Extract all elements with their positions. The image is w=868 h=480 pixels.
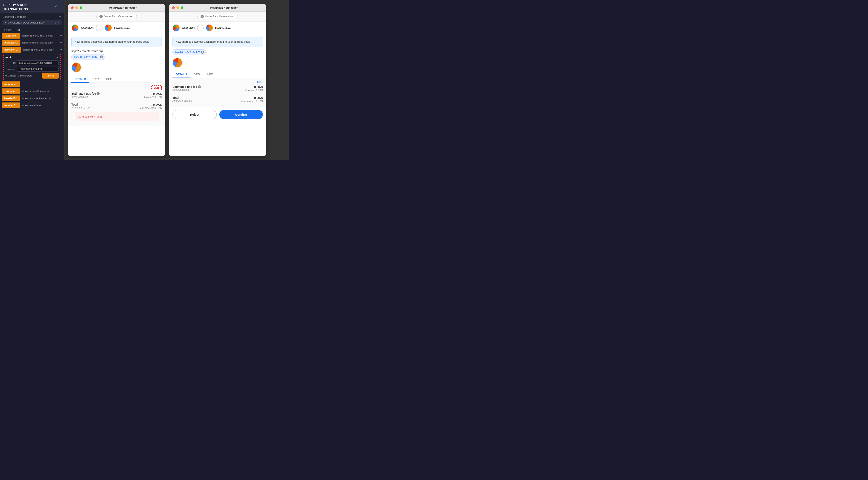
- mm2-info-icon: i: [201, 51, 204, 54]
- approve-button[interactable]: approve: [2, 33, 20, 38]
- mint-amount-label: amount:: [5, 68, 16, 70]
- mm2-tab-details[interactable]: DETAILS: [173, 71, 190, 78]
- mm2-details: EDIT Estimated gas fee i Site suggested …: [169, 78, 266, 107]
- chevron-approve[interactable]: ▼: [60, 34, 62, 37]
- mm1-total-left: Total Amount + gas fee: [71, 103, 91, 109]
- mm1-minimize-dot[interactable]: [75, 6, 78, 9]
- mm1-edit-container: EDIT: [71, 85, 162, 90]
- mm2-gas-zero-bold: 0 0 OAS: [245, 85, 263, 89]
- check-icon: ✓: [55, 4, 58, 8]
- mint-label: mint: [5, 56, 11, 59]
- transferfr-button[interactable]: transferFr...: [2, 95, 20, 101]
- contract-label: MYTOKEN AT 0XA28...040A2 (BLO: [8, 22, 54, 24]
- mint-collapse-icon[interactable]: ▲: [56, 56, 59, 59]
- mm1-amount-gas: Amount + gas fee: [71, 106, 91, 109]
- mm1-gas-fee-row: Estimated gas fee i Site suggested 0 0 O…: [71, 92, 162, 99]
- mm2-max-amount: Max amount: 0 OAS: [241, 100, 263, 103]
- mm2-reject-button[interactable]: Reject: [173, 110, 217, 119]
- mm1-tab-data[interactable]: DATA: [89, 76, 103, 83]
- mm2-total-row: Total Amount + gas fee 0 0 OAS Max amoun…: [173, 96, 263, 103]
- mm-container: MetaMask Notification ? Oasys Sand Verse…: [64, 0, 289, 160]
- mm1-close-dot[interactable]: [71, 6, 74, 9]
- renounce-button[interactable]: renounce...: [2, 82, 20, 87]
- left-header-icons: ✓ ›: [55, 4, 61, 8]
- chevron-transferfr[interactable]: ▼: [60, 97, 62, 100]
- mm1-gas-fee-label: Estimated gas fee i: [71, 92, 100, 95]
- mm2-gas-fee-row: Estimated gas fee i Site suggested 0 0 O…: [173, 85, 263, 92]
- mm1-token-icon: [71, 62, 162, 73]
- mm2-maximize-dot[interactable]: [181, 6, 183, 9]
- mm1-account1-avatar: [71, 24, 79, 32]
- mm1-tab-hex[interactable]: HEX: [103, 76, 115, 83]
- mint-to-label: to:: [5, 62, 16, 64]
- mm2-titlebar: MetaMask Notification: [169, 4, 266, 11]
- mm2-new-address-box[interactable]: New address detected! Click here to add …: [173, 37, 263, 47]
- mm2-body: ? Oasys Sand Verse network Account: [169, 11, 266, 156]
- mm1-network-name: Oasys Sand Verse network: [104, 15, 134, 18]
- transact-button[interactable]: transact: [42, 73, 59, 78]
- mm1-maximize-dot[interactable]: [80, 6, 82, 9]
- mm1-account1-info: Account 1: [81, 26, 94, 30]
- mm1-gas-fee-left: Estimated gas fee i Site suggested: [71, 92, 100, 98]
- mm2-mint-badge-text: 0xA28...40a2 : MINT: [175, 51, 200, 54]
- mint-to-field: to:: [5, 60, 59, 65]
- mm1-target-avatar: [104, 24, 112, 32]
- mm1-gas-zero: 0: [151, 92, 152, 95]
- mm1-total-label: Total: [71, 103, 91, 106]
- mm2-account1-info: Account 1: [182, 26, 195, 30]
- mm1-max-fee: Max fee: 0 OAS: [144, 96, 162, 99]
- mm1-network-bar: ? Oasys Sand Verse network: [68, 11, 165, 22]
- mm2-close-dot[interactable]: [172, 6, 175, 9]
- calldata-link[interactable]: ⧉ Calldata: [5, 74, 16, 77]
- mm1-gas-fee-value: 0 0 OAS Max fee: 0 OAS: [144, 92, 162, 99]
- mm1-tabs: DETAILS DATA HEX: [71, 76, 162, 83]
- mm1-new-address-box[interactable]: New address detected! Click here to add …: [71, 37, 162, 47]
- metamask-window-1: MetaMask Notification ? Oasys Sand Verse…: [68, 4, 165, 156]
- mm1-target-info: 0xA28...40a2: [114, 26, 130, 30]
- mm2-amount-gas: Amount + gas fee: [173, 99, 192, 102]
- fn-row-renounce: renounce...: [2, 82, 62, 87]
- functions-list: approve address spender, uint256 amou ▼ …: [0, 33, 64, 160]
- close-icon[interactable]: ✕: [58, 21, 60, 24]
- parameters-link[interactable]: ⧉ Parameters: [18, 74, 32, 77]
- chevron-transfero[interactable]: ▼: [60, 104, 62, 107]
- chevron-decreasea[interactable]: ▼: [60, 41, 62, 44]
- increaseal-button[interactable]: increaseAL...: [2, 47, 21, 53]
- mm1-edit-button[interactable]: EDIT: [151, 85, 162, 90]
- transferfr-desc: address from, address to, uint2: [22, 97, 59, 100]
- mm2-gas-oas: 0 OAS: [254, 85, 263, 89]
- approve-desc: address spender, uint256 amou: [22, 34, 59, 37]
- mm2-minimize-dot[interactable]: [177, 6, 179, 9]
- mm1-network-button[interactable]: ? Oasys Sand Verse network: [96, 13, 137, 20]
- mint-to-input[interactable]: [17, 60, 59, 65]
- mm1-tab-details[interactable]: DETAILS: [71, 76, 89, 83]
- mint-amount-input[interactable]: [17, 67, 59, 71]
- decreasea-button[interactable]: decreaseA...: [2, 40, 21, 45]
- mm1-mint-badge[interactable]: 0xA28...40a2 : MINT i: [71, 54, 105, 60]
- balance-row: Balance: 0 ETH: [0, 27, 64, 33]
- dropdown-arrow[interactable]: ▼: [4, 22, 6, 24]
- mm2-network-button[interactable]: ? Oasys Sand Verse network: [197, 13, 238, 20]
- copy-icon[interactable]: ⧉: [55, 21, 57, 24]
- transfer-desc: address to, uint256 amount: [22, 90, 59, 93]
- transfero-button[interactable]: transferO...: [2, 102, 20, 108]
- mint-actions: ⧉ Calldata ⧉ Parameters transact: [5, 73, 59, 78]
- chevron-right-icon[interactable]: ›: [60, 4, 61, 8]
- mm2-target-info: 0xA28...40a2: [215, 26, 231, 30]
- mm2-edit-button[interactable]: EDIT: [257, 81, 263, 84]
- trash-icon[interactable]: 🗑: [59, 15, 61, 18]
- mm2-mint-badge[interactable]: 0xA28...40a2 : MINT i: [173, 50, 207, 55]
- transfero-desc: address newOwner: [22, 104, 59, 106]
- mm1-body: ? Oasys Sand Verse network: [68, 11, 165, 156]
- mm2-network-name: Oasys Sand Verse network: [205, 15, 235, 18]
- fn-row-decreasea: decreaseA... address spender, uint256 su…: [2, 40, 62, 45]
- mm2-question-icon: ?: [200, 15, 204, 18]
- mm2-confirm-button[interactable]: Confirm: [219, 110, 263, 119]
- transfer-button[interactable]: transfer: [2, 89, 20, 94]
- mm2-tab-hex[interactable]: HEX: [204, 71, 216, 78]
- mm2-tab-data[interactable]: DATA: [190, 71, 204, 78]
- mm1-error-text: Insufficient funds.: [82, 115, 103, 118]
- chevron-transfer[interactable]: ▼: [60, 90, 62, 93]
- chevron-increaseal[interactable]: ▼: [60, 48, 62, 51]
- mm1-gas-oas: 0 OAS: [153, 92, 162, 95]
